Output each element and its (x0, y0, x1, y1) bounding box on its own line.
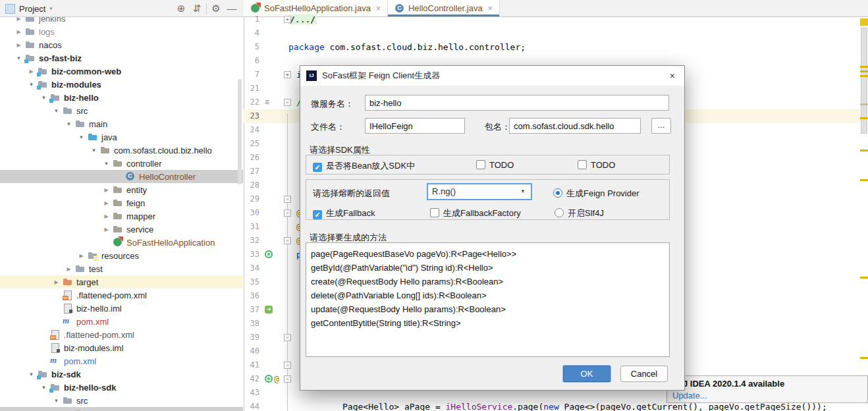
method-signature-line[interactable]: delete(@PathVariable Long[] ids):R<Boole… (311, 288, 487, 302)
checkbox-checked[interactable]: ✓ (313, 210, 322, 219)
tree-row-controller[interactable]: ▼controller (0, 157, 243, 170)
warning-stripe-mark[interactable] (860, 179, 868, 181)
tree-expand-arrow[interactable]: ▶ (100, 200, 113, 206)
tree-row-jenkins[interactable]: ▶jenkins (0, 17, 243, 25)
tree-row--flattened-pom-xml[interactable]: <>.flattened-pom.xml (0, 328, 243, 341)
checkbox-checked[interactable]: ✓ (313, 163, 322, 172)
tree-expand-arrow[interactable]: ▼ (75, 134, 88, 140)
tree-row-target[interactable]: ▶target (0, 275, 243, 288)
fallback-factory-option[interactable]: 生成FallbackFactory (430, 207, 521, 219)
ok-button[interactable]: OK (563, 366, 610, 382)
spring-bean-gutter-icon[interactable] (265, 250, 273, 258)
method-signature-line[interactable]: getById(@PathVariable("id") String id):R… (311, 261, 493, 275)
related-symbol-gutter-icon[interactable]: ≡ (265, 98, 274, 106)
warning-stripe-mark[interactable] (860, 70, 868, 72)
warning-stripe-mark[interactable] (860, 150, 868, 151)
fold-expand-icon[interactable]: + (284, 16, 291, 23)
tree-expand-arrow[interactable]: ▶ (50, 279, 63, 285)
warning-stripe-mark[interactable] (860, 277, 868, 279)
tree-expand-arrow[interactable]: ▼ (13, 55, 25, 61)
package-name-input[interactable] (509, 118, 641, 134)
method-signature-line[interactable]: page(PageRequestBaseVo pageVo):R<Page<He… (311, 247, 516, 261)
tree-row-service[interactable]: ▶service (0, 223, 243, 236)
fold-collapse-icon[interactable]: - (284, 334, 291, 341)
tree-row-biz-hello-sdk[interactable]: ▼biz-hello-sdk (0, 381, 243, 394)
feign-provider-option[interactable]: 生成Feign Provider (553, 188, 639, 200)
close-icon[interactable]: × (376, 4, 381, 13)
method-signature-line[interactable]: update(@RequestBody Hello params):R<Bool… (311, 302, 506, 316)
checkbox[interactable] (578, 160, 587, 169)
chevron-down-icon[interactable]: ▼ (49, 7, 53, 11)
tree-row-com-sofast-cloud-biz-hello[interactable]: ▼com.sofast.cloud.biz.hello (0, 144, 243, 157)
close-icon[interactable]: × (670, 70, 675, 81)
fold-collapse-icon[interactable]: - (284, 99, 291, 106)
warning-stripe-mark[interactable] (860, 117, 868, 119)
tree-expand-arrow[interactable]: ▶ (100, 213, 113, 219)
tree-row-so-fast-biz[interactable]: ▼so-fast-biz (0, 51, 243, 65)
tree-expand-arrow[interactable]: ▼ (100, 161, 113, 167)
close-icon[interactable]: × (488, 4, 493, 13)
cancel-button[interactable]: Cancel (620, 366, 668, 382)
tab-hellocontroller[interactable]: C HelloController.java × (388, 0, 500, 16)
checkbox[interactable] (476, 160, 485, 169)
tree-expand-arrow[interactable]: ▼ (50, 108, 63, 114)
warning-stripe-mark[interactable] (860, 103, 868, 105)
checkbox[interactable] (430, 208, 439, 217)
tree-expand-arrow[interactable]: ▶ (75, 253, 88, 259)
chevron-down-icon[interactable]: ▼ (520, 184, 526, 199)
tree-expand-arrow[interactable]: ▼ (50, 398, 63, 404)
tree-row-pom-xml[interactable]: mpom.xml (0, 354, 243, 368)
locate-file-icon[interactable]: ⊕ (173, 0, 189, 17)
warning-stripe-mark[interactable] (860, 357, 868, 359)
tree-expand-arrow[interactable]: ▶ (100, 227, 113, 233)
tree-row-biz-modules-iml[interactable]: biz-modules.iml (0, 341, 243, 354)
tree-row-src[interactable]: ▼src (0, 394, 243, 407)
tree-row-nacos[interactable]: ▶nacos (0, 38, 243, 51)
tree-row-hellocontroller[interactable]: CHelloController (0, 170, 243, 183)
tree-row--flattened-pom-xml[interactable]: <>.flattened-pom.xml (0, 288, 243, 302)
tree-row-java[interactable]: ▼java (0, 130, 243, 144)
warning-stripe-mark[interactable] (860, 18, 868, 26)
tree-row-biz-hello-iml[interactable]: biz-hello.iml (0, 302, 243, 315)
tree-expand-arrow[interactable]: ▼ (88, 148, 100, 153)
tree-row-main[interactable]: ▼main (0, 407, 243, 411)
tree-expand-arrow[interactable]: ▶ (13, 29, 25, 35)
tree-row-main[interactable]: ▼main (0, 117, 243, 130)
collapse-all-icon[interactable]: ⇵ (189, 0, 205, 17)
file-name-input[interactable] (365, 118, 465, 134)
fallback-option[interactable]: ✓生成Fallback (313, 207, 375, 219)
tree-row-mapper[interactable]: ▶mapper (0, 209, 243, 223)
radio-selected[interactable] (553, 188, 562, 198)
hide-panel-icon[interactable]: — (224, 0, 240, 17)
tree-row-sofasthelloapplication[interactable]: SoFastHelloApplication (0, 236, 243, 249)
tree-row-biz-common-web[interactable]: ▶biz-common-web (0, 65, 243, 78)
update-link[interactable]: Update... (672, 391, 707, 400)
return-value-combobox[interactable]: R.ng() ▼ (427, 183, 532, 200)
project-tree-scrollbar[interactable] (238, 79, 242, 184)
browse-package-button[interactable]: ... (651, 118, 671, 134)
fold-collapse-icon[interactable]: - (284, 237, 291, 244)
project-panel-title[interactable]: Project (19, 4, 45, 14)
service-name-input[interactable] (365, 95, 669, 111)
fold-collapse-icon[interactable]: - (284, 209, 291, 217)
slf4j-option[interactable]: 开启Slf4J (555, 207, 604, 219)
fold-collapse-icon[interactable]: - (284, 362, 291, 369)
project-tree[interactable]: ▶jenkins▶logs▶nacos▼so-fast-biz▶biz-comm… (0, 17, 243, 411)
fold-expand-icon[interactable]: + (284, 71, 291, 78)
method-signature-line[interactable]: getContentBytitle(String title):R<String… (311, 316, 461, 330)
radio[interactable] (555, 208, 564, 217)
tree-expand-arrow[interactable]: ▼ (38, 95, 50, 101)
tree-expand-arrow[interactable]: ▼ (25, 371, 38, 377)
todo1-option[interactable]: TODO (476, 160, 514, 170)
tree-expand-arrow[interactable]: ▼ (25, 82, 38, 88)
gear-icon[interactable]: ⚙ (208, 0, 224, 17)
tree-expand-arrow[interactable]: ▼ (38, 385, 50, 391)
fold-collapse-icon[interactable]: - (284, 375, 291, 383)
warning-stripe-mark[interactable] (860, 66, 868, 68)
tree-expand-arrow[interactable]: ▶ (25, 68, 38, 74)
tree-expand-arrow[interactable]: ▶ (63, 266, 75, 272)
tree-row-biz-modules[interactable]: ▼biz-modules (0, 78, 243, 91)
tree-expand-arrow[interactable]: ▶ (100, 187, 113, 193)
tree-row-entity[interactable]: ▶entity (0, 183, 243, 196)
tree-row-feign[interactable]: ▶feign (0, 196, 243, 209)
